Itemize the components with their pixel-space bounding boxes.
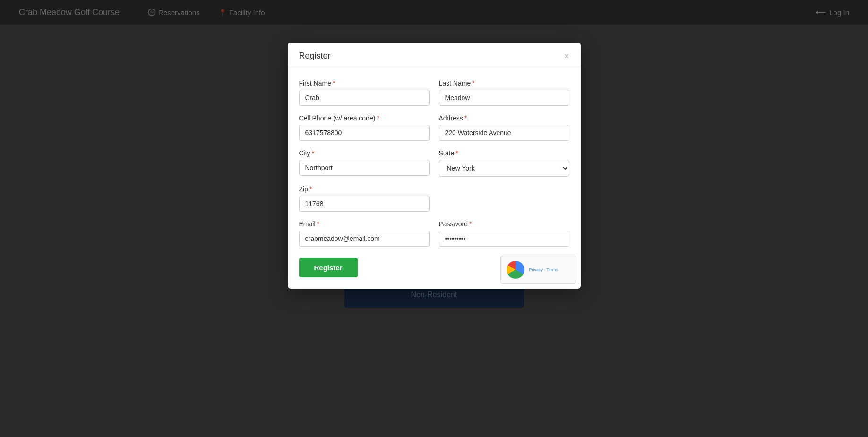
form-row-name: First Name* Last Name*: [299, 79, 569, 106]
first-name-required: *: [333, 79, 335, 87]
cell-phone-group: Cell Phone (w/ area code)*: [299, 114, 430, 141]
zip-label: Zip*: [299, 185, 430, 193]
state-required: *: [455, 149, 458, 157]
modal-close-button[interactable]: ×: [564, 52, 569, 60]
email-input[interactable]: [299, 231, 430, 247]
address-label: Address*: [439, 114, 569, 122]
password-input[interactable]: [439, 231, 569, 247]
last-name-label: Last Name*: [439, 79, 569, 87]
zip-required: *: [309, 185, 312, 193]
password-group: Password*: [439, 220, 569, 247]
city-input[interactable]: [299, 160, 430, 176]
password-required: *: [469, 220, 472, 228]
first-name-input[interactable]: [299, 90, 430, 106]
last-name-group: Last Name*: [439, 79, 569, 106]
last-name-input[interactable]: [439, 90, 569, 106]
state-select[interactable]: AlabamaAlaskaArizonaArkansasCaliforniaCo…: [439, 160, 569, 177]
address-input[interactable]: [439, 125, 569, 141]
modal-header: Register ×: [288, 43, 581, 68]
email-required: *: [317, 220, 319, 228]
first-name-group: First Name*: [299, 79, 430, 106]
address-group: Address*: [439, 114, 569, 141]
form-row-email-password: Email* Password*: [299, 220, 569, 247]
recaptcha-privacy[interactable]: Privacy · Terms: [529, 267, 558, 273]
cell-phone-label: Cell Phone (w/ area code)*: [299, 114, 430, 122]
state-group: State* AlabamaAlaskaArizonaArkansasCalif…: [439, 149, 569, 177]
zip-group: Zip*: [299, 185, 430, 212]
zip-input[interactable]: [299, 196, 430, 212]
register-modal: Register × First Name* Last Name* C: [288, 43, 581, 289]
state-label: State*: [439, 149, 569, 157]
email-label: Email*: [299, 220, 430, 228]
city-required: *: [312, 149, 314, 157]
city-label: City*: [299, 149, 430, 157]
address-required: *: [464, 114, 467, 122]
register-button[interactable]: Register: [299, 258, 358, 277]
recaptcha-logo: [507, 261, 524, 279]
city-group: City*: [299, 149, 430, 177]
email-group: Email*: [299, 220, 430, 247]
recaptcha-text: Privacy · Terms: [529, 267, 558, 273]
form-row-phone-address: Cell Phone (w/ area code)* Address*: [299, 114, 569, 141]
password-label: Password*: [439, 220, 569, 228]
cell-phone-required: *: [377, 114, 379, 122]
form-row-zip: Zip*: [299, 185, 569, 212]
first-name-label: First Name*: [299, 79, 430, 87]
cell-phone-input[interactable]: [299, 125, 430, 141]
last-name-required: *: [472, 79, 474, 87]
form-row-city-state: City* State* AlabamaAlaskaArizonaArkansa…: [299, 149, 569, 177]
recaptcha-box: Privacy · Terms: [500, 256, 576, 284]
modal-title: Register: [299, 51, 331, 61]
